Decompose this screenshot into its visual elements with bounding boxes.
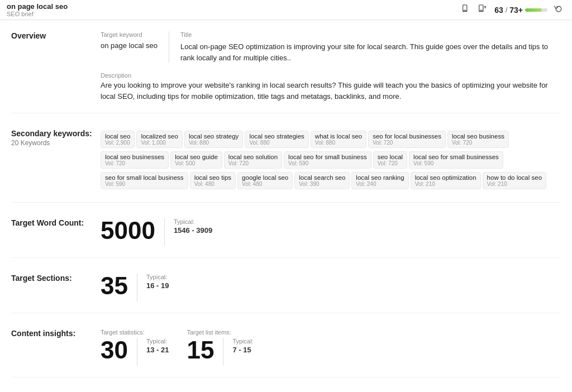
overview-section: Overview Target keyword on page local se… (11, 31, 561, 113)
target-sections-section: Target Sections: 35 Typical: 16 - 19 (11, 274, 561, 313)
ci-stats-label: Target statistics: (101, 329, 169, 336)
word-count-label: Target Word Count: (11, 218, 101, 246)
overview-keyword-col: Target keyword on page local seo (101, 31, 158, 63)
ci-list-typical: Typical: 7 - 15 (232, 338, 253, 354)
sections-typical: Typical: 16 - 19 (146, 274, 169, 290)
keyword-tag: local seo optimizationVol: 210 (411, 172, 481, 189)
wc-typical-label: Typical: (174, 218, 212, 225)
keyword-tag: seo for local businessesVol: 720 (368, 131, 446, 148)
ts-typical-label: Typical: (146, 274, 169, 280)
ci-stats-number: 30 (101, 336, 128, 364)
keyword-tag: what is local seoVol: 880 (311, 131, 366, 148)
sections-metric-row: 35 Typical: 16 - 19 (101, 274, 561, 302)
overview-desc-row: Description Are you looking to improve y… (101, 72, 561, 102)
keyword-tag: local seo strategyVol: 880 (184, 131, 244, 148)
bookmark-icon (461, 4, 471, 14)
ci-stats-metric: 30 Typical: 13 - 21 (101, 338, 169, 366)
icon-btn-1[interactable] (459, 3, 473, 17)
refresh-button[interactable] (552, 3, 565, 17)
content-insights-section: Content insights: Target statistics: 30 … (11, 329, 561, 377)
app-header: on page local seo SEO brief 63 / (0, 0, 572, 20)
metric-divider-ci1 (137, 338, 137, 366)
keyword-tag: seo localVol: 720 (373, 151, 407, 169)
metric-divider-wc (164, 218, 165, 246)
sections-number: 35 (101, 272, 128, 299)
score-plus-num: 73+ (509, 6, 523, 15)
metric-divider-ts (137, 274, 137, 302)
keyword-tag: local seo tipsVol: 480 (190, 172, 236, 189)
score-num: 63 (494, 6, 503, 15)
word-count-big: 5000 (101, 218, 155, 243)
content-insights-label: Content insights: (11, 329, 101, 366)
score-bar (525, 8, 547, 12)
keyword-tag: local seo for small businessesVol: 590 (409, 151, 503, 169)
keywords-container: local seoVol: 2,900localized seoVol: 1,0… (101, 129, 561, 191)
ci-list-label: Target list items: (187, 329, 253, 336)
title-value: Local on-page SEO optimization is improv… (180, 41, 561, 63)
score-badge: 63 / 73+ (494, 6, 547, 15)
keyword-tag: local seo strategiesVol: 880 (245, 131, 308, 148)
overview-title-row: Target keyword on page local seo Title L… (101, 31, 561, 63)
ci-list-number: 15 (187, 336, 214, 364)
ci-list-block: Target list items: 15 Typical: 7 - 15 (187, 329, 253, 366)
target-sections-content: 35 Typical: 16 - 19 (101, 274, 561, 302)
keyword-tag: local seo for small businessVol: 590 (284, 151, 371, 169)
ci-list-typical-value: 7 - 15 (232, 346, 253, 354)
keyword-tag: local seo guideVol: 500 (170, 151, 222, 169)
keyword-tag: local seo solutionVol: 720 (224, 151, 282, 169)
svg-rect-1 (479, 4, 483, 11)
wc-typical-value: 1546 - 3909 (174, 226, 212, 235)
main-content: Overview Target keyword on page local se… (0, 20, 572, 392)
overview-col-divider (169, 31, 169, 63)
ci-stats-block: Target statistics: 30 Typical: 13 - 21 (101, 329, 169, 366)
score-plus: / (506, 6, 507, 14)
overview-title-col: Title Local on-page SEO optimization is … (180, 31, 561, 63)
keywords-sublabel: 20 Keywords (11, 139, 101, 147)
ci-stats-big: 30 (101, 338, 128, 362)
ci-list-typical-label: Typical: (232, 338, 253, 345)
desc-label: Description (101, 72, 561, 79)
score-bar-fill (525, 8, 542, 12)
keyword-tag: local seo businessVol: 720 (447, 131, 509, 148)
header-icons (459, 3, 490, 17)
icon-btn-2[interactable] (475, 3, 490, 17)
word-count-metric-row: 5000 Typical: 1546 - 3909 (101, 218, 561, 246)
overview-label: Overview (11, 31, 101, 102)
title-label: Title (180, 31, 561, 38)
refresh-icon (554, 4, 563, 13)
target-sections-label: Target Sections: (11, 274, 101, 302)
svg-rect-0 (463, 4, 467, 11)
header-left: on page local seo SEO brief (7, 2, 68, 17)
upload-icon (478, 4, 488, 14)
keyword-tag: seo for small local businessVol: 590 (101, 172, 188, 189)
word-count-number: 5000 (101, 217, 155, 244)
keyword-tag: how to do local seoVol: 210 (483, 172, 546, 189)
sections-big: 35 (101, 274, 128, 298)
app-title: on page local seo (7, 2, 68, 11)
keyword-tag: localized seoVol: 1,000 (136, 131, 182, 148)
keyword-tag: local seo rankingVol: 240 (351, 172, 408, 189)
metric-divider-ci2 (223, 338, 223, 366)
ci-stats-typical-value: 13 - 21 (146, 346, 169, 354)
ci-stats-typical-label: Typical: (146, 338, 169, 345)
desc-value: Are you looking to improve your website'… (101, 80, 561, 102)
keyword-tag: local seoVol: 2,900 (101, 131, 135, 148)
keyword-tag: local search seoVol: 390 (294, 172, 350, 189)
content-insights-content: Target statistics: 30 Typical: 13 - 21 (101, 329, 561, 366)
target-keyword-value: on page local seo (101, 41, 158, 50)
header-right: 63 / 73+ (459, 3, 565, 17)
secondary-keywords-section: Secondary keywords: 20 Keywords local se… (11, 129, 561, 203)
word-count-section: Target Word Count: 5000 Typical: 1546 - … (11, 218, 561, 258)
ci-list-big: 15 (187, 338, 214, 362)
ci-row: Target statistics: 30 Typical: 13 - 21 (101, 329, 561, 366)
keyword-tag: local seo businessesVol: 720 (101, 151, 169, 169)
ts-typical-value: 16 - 19 (146, 281, 169, 290)
app-subtitle: SEO brief (7, 11, 68, 17)
overview-content: Target keyword on page local seo Title L… (101, 31, 561, 102)
ci-list-metric: 15 Typical: 7 - 15 (187, 338, 253, 366)
word-count-content: 5000 Typical: 1546 - 3909 (101, 218, 561, 246)
target-keyword-label: Target keyword (101, 31, 158, 38)
word-count-typical: Typical: 1546 - 3909 (174, 218, 212, 235)
keyword-tag: google local seoVol: 480 (237, 172, 293, 189)
secondary-keywords-label: Secondary keywords: 20 Keywords (11, 129, 101, 191)
